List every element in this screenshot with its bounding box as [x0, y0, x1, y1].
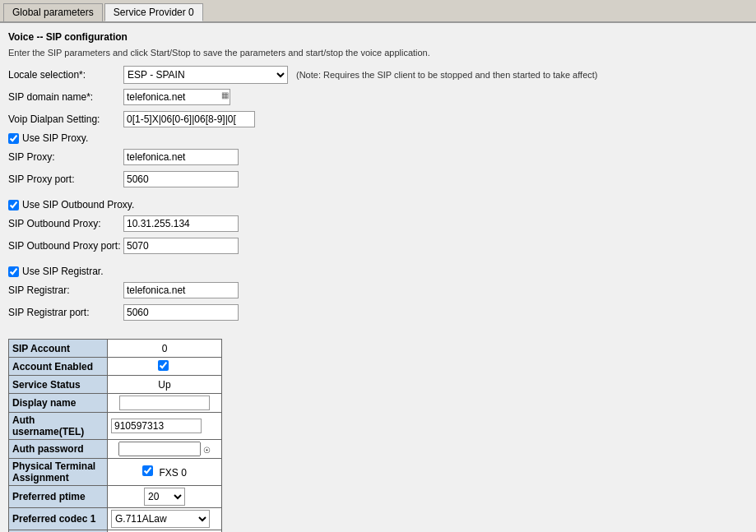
voip-dialpan-input[interactable] [123, 111, 255, 127]
auth-password-value: ☉ [108, 440, 222, 459]
codec1-value: G.711ALaw G.711MuLaw G.729 G.722 [108, 508, 222, 530]
sip-account-table: SIP Account 0 Account Enabled Service St… [8, 339, 222, 532]
physical-assignment-value: FXS 0 [108, 459, 222, 486]
auth-username-input[interactable] [111, 419, 202, 433]
ptime-header: Preferred ptime [9, 486, 108, 508]
sip-proxy-label: SIP Proxy: [8, 151, 123, 163]
sip-registrar-label: SIP Registrar: [8, 285, 123, 296]
use-sip-proxy-checkbox[interactable] [8, 133, 19, 144]
sip-domain-row: SIP domain name*: ▦ [8, 88, 748, 106]
sip-account-header: SIP Account [9, 340, 108, 358]
auth-username-header: Auth username(TEL) [9, 413, 108, 440]
account-enabled-value [108, 358, 222, 376]
use-sip-outbound-row: Use SIP Outbound Proxy. [8, 199, 748, 210]
locale-label: Locale selection*: [8, 69, 123, 81]
sip-outbound-port-label: SIP Outbound Proxy port: [8, 240, 123, 252]
sip-registrar-row: SIP Registrar: [8, 281, 748, 299]
display-name-input[interactable] [119, 396, 210, 410]
account-enabled-checkbox[interactable] [158, 360, 169, 371]
sip-outbound-port-row: SIP Outbound Proxy port: [8, 237, 748, 255]
sip-proxy-port-row: SIP Proxy port: [8, 170, 748, 188]
content-area: Voice -- SIP configuration Enter the SIP… [0, 23, 756, 532]
sip-domain-control: ▦ [123, 89, 230, 105]
section-description: Enter the SIP parameters and click Start… [8, 48, 748, 58]
use-sip-registrar-row: Use SIP Registrar. [8, 266, 748, 277]
use-sip-registrar-label: Use SIP Registrar. [22, 266, 103, 277]
sip-domain-input[interactable] [123, 89, 230, 105]
sip-proxy-port-label: SIP Proxy port: [8, 173, 123, 185]
codec1-select[interactable]: G.711ALaw G.711MuLaw G.729 G.722 [111, 510, 210, 528]
locale-note: (Note: Requires the SIP client to be sto… [296, 70, 598, 80]
codec1-header: Preferred codec 1 [9, 508, 108, 530]
use-sip-outbound-label: Use SIP Outbound Proxy. [22, 199, 134, 210]
table-row: Preferred ptime 10 20 30 40 [9, 486, 222, 508]
ptime-select[interactable]: 10 20 30 40 [144, 488, 185, 506]
sip-outbound-proxy-label: SIP Outbound Proxy: [8, 218, 123, 229]
service-status-header: Service Status [9, 376, 108, 394]
sip-account-value: 0 [108, 340, 222, 358]
auth-password-input[interactable] [118, 442, 201, 456]
table-row: Display name [9, 394, 222, 413]
sip-registrar-port-label: SIP Registrar port: [8, 307, 123, 318]
use-sip-proxy-label: Use SIP Proxy. [22, 132, 88, 144]
sip-registrar-port-row: SIP Registrar port: [8, 303, 748, 322]
fxs-label: FXS 0 [159, 467, 186, 479]
voip-dialpan-row: Voip Dialpan Setting: [8, 110, 748, 128]
auth-username-value [108, 413, 222, 440]
section-title: Voice -- SIP configuration [8, 31, 748, 43]
sip-outbound-proxy-input[interactable] [123, 215, 239, 232]
table-row: Auth password ☉ [9, 440, 222, 459]
ptime-value: 10 20 30 40 [108, 486, 222, 508]
sip-proxy-row: SIP Proxy: [8, 148, 748, 166]
sip-domain-icon: ▦ [221, 90, 229, 99]
display-name-header: Display name [9, 394, 108, 413]
service-status-value: Up [108, 376, 222, 394]
table-row: Auth username(TEL) [9, 413, 222, 440]
sip-outbound-port-input[interactable] [123, 238, 239, 254]
sip-proxy-input[interactable] [123, 149, 239, 165]
fxs-checkbox[interactable] [142, 465, 153, 476]
display-name-value [108, 394, 222, 413]
voip-dialpan-label: Voip Dialpan Setting: [8, 113, 123, 125]
password-icon: ☉ [203, 446, 211, 455]
sip-domain-label: SIP domain name*: [8, 91, 123, 103]
locale-row: Locale selection*: ESP - SPAIN USA UK (N… [8, 66, 748, 84]
tab-global-parameters[interactable]: Global parameters [3, 3, 103, 21]
sip-registrar-input[interactable] [123, 282, 239, 298]
table-row: Service Status Up [9, 376, 222, 394]
use-sip-outbound-checkbox[interactable] [8, 200, 19, 210]
locale-control: ESP - SPAIN USA UK [123, 66, 288, 84]
table-row: Account Enabled [9, 358, 222, 376]
table-row: SIP Account 0 [9, 340, 222, 358]
table-row: Preferred codec 1 G.711ALaw G.711MuLaw G… [9, 508, 222, 530]
main-window: Global parameters Service Provider 0 Voi… [0, 0, 756, 532]
tab-service-provider-0[interactable]: Service Provider 0 [104, 3, 203, 21]
auth-password-header: Auth password [9, 440, 108, 459]
account-enabled-header: Account Enabled [9, 358, 108, 376]
sip-registrar-port-input[interactable] [123, 304, 239, 321]
locale-select[interactable]: ESP - SPAIN USA UK [123, 66, 288, 84]
physical-assignment-header: Physical Terminal Assignment [9, 459, 108, 486]
sip-outbound-proxy-row: SIP Outbound Proxy: [8, 215, 748, 233]
table-row: Physical Terminal Assignment FXS 0 [9, 459, 222, 486]
use-sip-registrar-checkbox[interactable] [8, 266, 19, 277]
sip-proxy-port-input[interactable] [123, 171, 239, 187]
use-sip-proxy-row: Use SIP Proxy. [8, 132, 748, 144]
tab-bar: Global parameters Service Provider 0 [0, 0, 756, 23]
